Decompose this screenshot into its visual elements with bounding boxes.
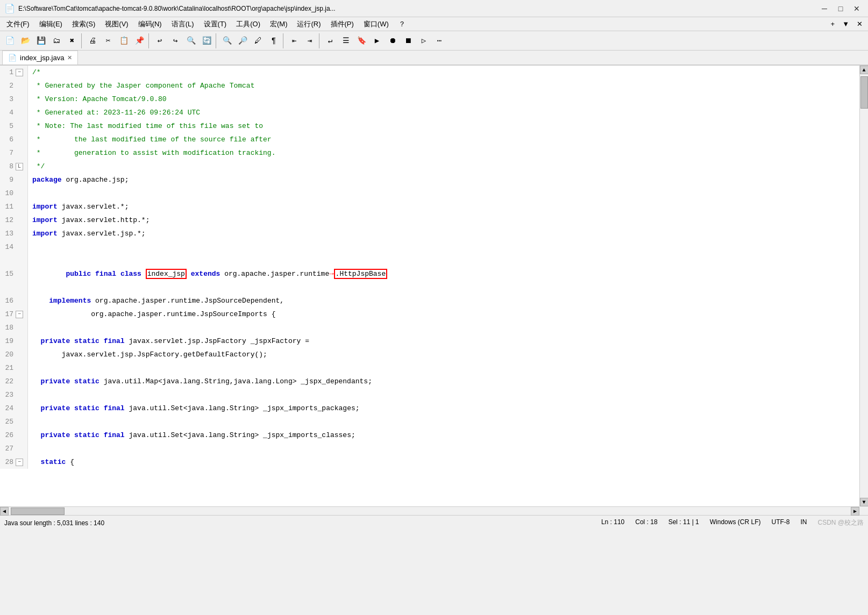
fold-20 xyxy=(16,351,23,359)
menu-encode[interactable]: 编码(N) xyxy=(134,18,166,30)
code-line-17: 17 − org.apache.jasper.runtime.JspSource… xyxy=(0,308,859,321)
code-content-20: javax.servlet.jsp.JspFactory.getDefaultF… xyxy=(28,348,267,361)
code-content-22: private static java.util.Map<java.lang.S… xyxy=(28,375,372,388)
menu-run[interactable]: 运行(R) xyxy=(293,18,325,30)
toolbar-redo[interactable]: ↪ xyxy=(168,33,183,48)
toolbar-cut[interactable]: ✂ xyxy=(101,33,116,48)
fold-10 xyxy=(16,190,23,197)
line-num-22: 22 xyxy=(5,375,13,388)
menu-edit[interactable]: 编辑(E) xyxy=(35,18,67,30)
gutter-1: 1 − xyxy=(0,66,28,79)
tab-index-jsp-java[interactable]: 📄 index_jsp.java ✕ xyxy=(2,51,78,65)
gutter-6: 6 xyxy=(0,133,28,146)
toolbar-close[interactable]: ✖ xyxy=(65,33,80,48)
scroll-down-button[interactable]: ▼ xyxy=(860,498,869,506)
status-col: Col : 18 xyxy=(635,518,657,527)
code-line-5: 5 * Note: The last modified time of this… xyxy=(0,119,859,133)
toolbar-save[interactable]: 💾 xyxy=(33,33,48,48)
gutter-11: 11 xyxy=(0,200,28,213)
gutter-8: 8 L xyxy=(0,160,28,173)
scroll-thumb-v[interactable] xyxy=(860,76,868,109)
status-bar: Java sour length : 5,031 lines : 140 Ln … xyxy=(0,515,868,530)
toolbar-copy[interactable]: 📋 xyxy=(116,33,131,48)
line-num-16: 16 xyxy=(5,294,13,308)
toolbar-more[interactable]: ⋯ xyxy=(432,33,447,48)
code-line-6: 6 * the last modified time of the source… xyxy=(0,133,859,146)
toolbar-print[interactable]: 🖨 xyxy=(85,33,100,48)
fold-2 xyxy=(16,82,23,90)
toolbar-list[interactable]: ☰ xyxy=(338,33,353,48)
toolbar-macro-run[interactable]: ▷ xyxy=(416,33,431,48)
toolbar-new[interactable]: 📄 xyxy=(2,33,17,48)
toolbar-highlight[interactable]: 🖊 xyxy=(251,33,266,48)
toolbar-indent-l[interactable]: ⇤ xyxy=(287,33,302,48)
menu-bar: 文件(F) 编辑(E) 搜索(S) 视图(V) 编码(N) 语言(L) 设置(T… xyxy=(0,17,868,31)
code-line-2: 2 * Generated by the Jasper component of… xyxy=(0,79,859,92)
toolbar-zoom-in[interactable]: 🔍 xyxy=(219,33,234,48)
fold-28[interactable]: − xyxy=(16,459,23,466)
scroll-left-button[interactable]: ◀ xyxy=(0,507,9,516)
menu-view[interactable]: 视图(V) xyxy=(101,18,132,30)
toolbar-zoom-out[interactable]: 🔎 xyxy=(235,33,250,48)
window-controls: ─ □ ✕ xyxy=(817,2,864,16)
toolbar-macro[interactable]: ⏺ xyxy=(385,33,400,48)
toolbar-find[interactable]: 🔍 xyxy=(183,33,198,48)
tab-close-button[interactable]: ✕ xyxy=(67,54,72,61)
toolbar-wordwrap[interactable]: ↵ xyxy=(323,33,338,48)
scroll-up-button[interactable]: ▲ xyxy=(860,66,869,74)
scroll-right-button[interactable]: ▶ xyxy=(851,507,859,516)
menu-dropdown[interactable]: ▼ xyxy=(839,19,852,29)
menu-tools[interactable]: 工具(O) xyxy=(232,18,265,30)
code-line-28: 28 − static { xyxy=(0,455,859,469)
toolbar-save-all[interactable]: 🗂 xyxy=(49,33,64,48)
menu-close[interactable]: ✕ xyxy=(853,19,866,29)
menu-plugins[interactable]: 插件(P) xyxy=(326,18,358,30)
menu-plus[interactable]: + xyxy=(828,19,838,29)
line-num-21: 21 xyxy=(5,361,13,375)
toolbar-open[interactable]: 📂 xyxy=(18,33,33,48)
code-line-20: 20 javax.servlet.jsp.JspFactory.getDefau… xyxy=(0,348,859,361)
code-content-6: * the last modified time of the source f… xyxy=(28,133,272,146)
fold-12 xyxy=(16,217,23,224)
fold-8[interactable]: L xyxy=(16,163,23,170)
code-content-15: public final class index_jsp extends org… xyxy=(28,254,387,294)
code-line-1: 1 − /* xyxy=(0,66,859,79)
toolbar-run[interactable]: ▶ xyxy=(369,33,385,48)
maximize-button[interactable]: □ xyxy=(834,2,848,16)
fold-3 xyxy=(16,96,23,103)
scroll-thumb-h[interactable] xyxy=(11,507,65,515)
toolbar-paste[interactable]: 📌 xyxy=(132,33,147,48)
toolbar-undo[interactable]: ↩ xyxy=(152,33,167,48)
line-num-27: 27 xyxy=(5,442,13,455)
toolbar-format[interactable]: ¶ xyxy=(266,33,281,48)
menu-search[interactable]: 搜索(S) xyxy=(68,18,99,30)
toolbar-stop[interactable]: ⏹ xyxy=(401,33,416,48)
fold-17[interactable]: − xyxy=(16,311,23,318)
gutter-16: 16 xyxy=(0,294,28,308)
horizontal-scrollbar[interactable]: ◀ ▶ xyxy=(0,506,859,515)
toolbar-replace[interactable]: 🔄 xyxy=(199,33,214,48)
toolbar-bookmark[interactable]: 🔖 xyxy=(354,33,369,48)
annotation-index-jsp: index_jsp xyxy=(146,269,187,279)
code-content-11: import javax.servlet.*; xyxy=(28,200,129,213)
code-line-4: 4 * Generated at: 2023-11-26 09:26:24 UT… xyxy=(0,106,859,119)
gutter-20: 20 xyxy=(0,348,28,361)
code-line-13: 13 import javax.servlet.jsp.*; xyxy=(0,227,859,240)
code-content-18 xyxy=(28,321,37,334)
menu-settings[interactable]: 设置(T) xyxy=(200,18,231,30)
gutter-4: 4 xyxy=(0,106,28,119)
menu-help[interactable]: ？ xyxy=(394,18,410,30)
vertical-scrollbar[interactable]: ▲ ▼ xyxy=(859,66,868,506)
menu-window[interactable]: 窗口(W) xyxy=(359,18,393,30)
minimize-button[interactable]: ─ xyxy=(817,2,831,16)
gutter-21: 21 xyxy=(0,361,28,375)
fold-1[interactable]: − xyxy=(16,69,23,76)
toolbar-sep-2 xyxy=(148,33,151,48)
code-line-3: 3 * Version: Apache Tomcat/9.0.80 xyxy=(0,92,859,106)
menu-file[interactable]: 文件(F) xyxy=(2,18,34,30)
menu-language[interactable]: 语言(L) xyxy=(167,18,198,30)
close-button[interactable]: ✕ xyxy=(850,2,864,16)
menu-macro[interactable]: 宏(M) xyxy=(266,18,292,30)
line-num-4: 4 xyxy=(9,106,13,119)
toolbar-indent-r[interactable]: ⇥ xyxy=(302,33,317,48)
